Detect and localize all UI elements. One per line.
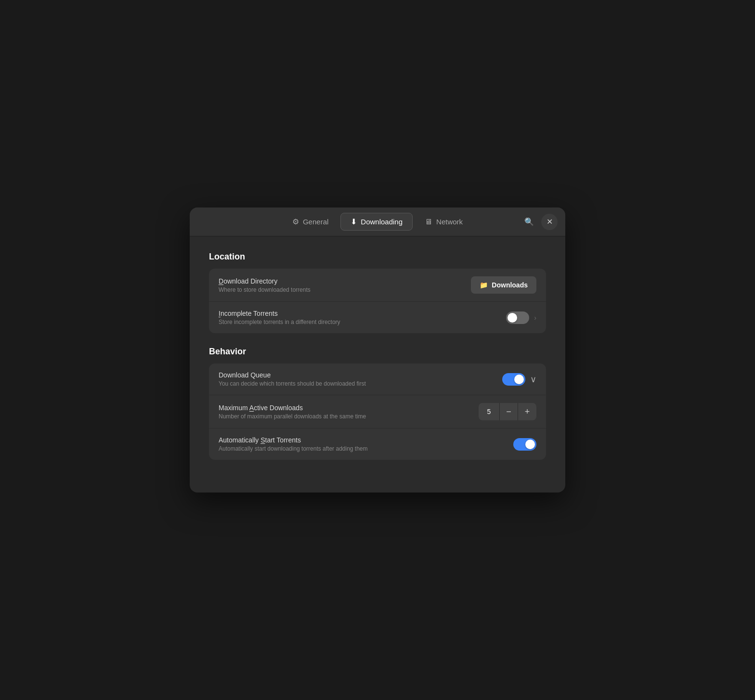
incomplete-torrents-toggle[interactable] (506, 311, 529, 324)
incomplete-torrents-control: › (506, 311, 536, 324)
behavior-card-group: Download Queue You can decide which torr… (209, 363, 546, 460)
active-downloads-value[interactable] (479, 403, 500, 420)
active-downloads-stepper: − + (479, 403, 536, 420)
close-button[interactable]: ✕ (541, 214, 558, 230)
network-icon: 🖥 (425, 218, 432, 226)
tab-general[interactable]: ⚙ General (282, 213, 338, 231)
search-button[interactable]: 🔍 (521, 214, 537, 230)
auto-start-torrents-desc: Automatically start downloading torrents… (219, 445, 368, 452)
tab-general-label: General (303, 218, 328, 226)
location-card-group: Download Directory Where to store downlo… (209, 269, 546, 333)
auto-start-torrents-text: Automatically Start Torrents Automatical… (219, 436, 368, 452)
settings-window: ⚙ General ⬇ Downloading 🖥 Network 🔍 ✕ Lo (190, 207, 565, 493)
auto-start-torrents-toggle[interactable] (513, 438, 536, 451)
gear-icon: ⚙ (292, 217, 299, 226)
content-area: Location Download Directory Where to sto… (190, 236, 565, 493)
incomplete-torrents-chevron-right-icon[interactable]: › (534, 314, 536, 322)
tab-network[interactable]: 🖥 Network (415, 213, 473, 231)
download-directory-label: Download Directory (219, 277, 311, 285)
download-queue-control: ∨ (502, 373, 536, 386)
download-directory-desc: Where to store downloaded torrents (219, 286, 311, 293)
max-active-downloads-label: Maximum Active Downloads (219, 404, 366, 412)
incomplete-torrents-desc: Store incomplete torrents in a different… (219, 319, 340, 325)
incomplete-torrents-text: Incomplete Torrents Store incomplete tor… (219, 310, 340, 325)
tab-downloading-label: Downloading (361, 218, 403, 226)
folder-icon: 📁 (480, 281, 488, 289)
download-queue-label: Download Queue (219, 371, 366, 379)
download-queue-expand-icon[interactable]: ∨ (530, 374, 536, 385)
behavior-section-title: Behavior (209, 347, 546, 357)
auto-start-torrents-label: Automatically Start Torrents (219, 436, 368, 444)
titlebar: ⚙ General ⬇ Downloading 🖥 Network 🔍 ✕ (190, 207, 565, 236)
incomplete-torrents-row: Incomplete Torrents Store incomplete tor… (209, 302, 546, 333)
max-active-downloads-text: Maximum Active Downloads Number of maxim… (219, 404, 366, 420)
download-directory-row: Download Directory Where to store downlo… (209, 269, 546, 302)
auto-start-torrents-control (513, 438, 536, 451)
downloads-folder-button[interactable]: 📁 Downloads (471, 276, 536, 294)
tab-bar: ⚙ General ⬇ Downloading 🖥 Network (282, 213, 473, 231)
location-section-title: Location (209, 252, 546, 262)
decrease-downloads-button[interactable]: − (500, 403, 518, 420)
download-directory-text: Download Directory Where to store downlo… (219, 277, 311, 293)
tab-network-label: Network (436, 218, 463, 226)
increase-downloads-button[interactable]: + (518, 403, 536, 420)
tab-downloading[interactable]: ⬇ Downloading (340, 213, 413, 231)
incomplete-torrents-label: Incomplete Torrents (219, 310, 340, 317)
search-icon: 🔍 (524, 217, 534, 226)
auto-start-torrents-row: Automatically Start Torrents Automatical… (209, 428, 546, 460)
download-icon: ⬇ (351, 217, 357, 226)
downloads-folder-label: Downloads (492, 281, 528, 289)
max-active-downloads-desc: Number of maximum parallel downloads at … (219, 413, 366, 420)
download-directory-control: 📁 Downloads (471, 276, 536, 294)
download-queue-toggle[interactable] (502, 373, 525, 386)
download-queue-row: Download Queue You can decide which torr… (209, 363, 546, 395)
close-icon: ✕ (547, 217, 553, 226)
max-active-downloads-row: Maximum Active Downloads Number of maxim… (209, 395, 546, 428)
max-active-downloads-control: − + (479, 403, 536, 420)
download-queue-desc: You can decide which torrents should be … (219, 380, 366, 387)
download-queue-text: Download Queue You can decide which torr… (219, 371, 366, 387)
titlebar-actions: 🔍 ✕ (521, 214, 558, 230)
